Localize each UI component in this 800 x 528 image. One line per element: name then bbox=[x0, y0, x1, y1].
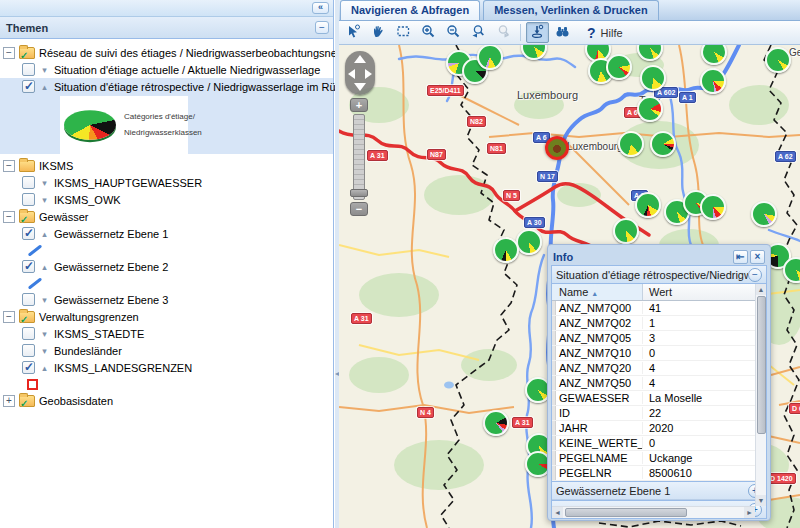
attribute-row[interactable]: ANZ_NM7Q20 4 bbox=[552, 361, 755, 376]
attribute-row[interactable]: ANZ_NM7Q02 1 bbox=[552, 316, 755, 331]
tree-item-13[interactable]: ▴IKSMS_LANDESGRENZEN bbox=[0, 359, 333, 376]
gauge-pie-marker[interactable] bbox=[650, 131, 676, 157]
attribute-row[interactable]: ANZ_NM7Q10 0 bbox=[552, 346, 755, 361]
vscroll-thumb[interactable] bbox=[757, 296, 766, 434]
scroll-down-icon[interactable]: ▼ bbox=[756, 495, 766, 506]
zoom-in-button[interactable] bbox=[417, 22, 440, 43]
zoom-slider-track[interactable] bbox=[353, 114, 365, 200]
zoom-next-button[interactable] bbox=[492, 22, 515, 43]
zoom-slider[interactable]: + − bbox=[350, 98, 368, 216]
column-header-wert[interactable]: Wert bbox=[643, 284, 755, 300]
legend-collapse-icon[interactable]: ▴ bbox=[39, 262, 50, 272]
attribute-row[interactable]: PEGELNAME Uckange bbox=[552, 451, 755, 466]
layer-checkbox[interactable] bbox=[22, 344, 35, 357]
pan-right-icon[interactable] bbox=[365, 69, 372, 79]
collapsed-section-header[interactable]: Gewässernetz Ebene 1 + bbox=[552, 481, 766, 500]
gauge-pie-marker[interactable] bbox=[606, 54, 632, 80]
gauge-pie-marker[interactable] bbox=[640, 65, 666, 91]
gauge-pie-marker[interactable] bbox=[483, 410, 509, 436]
tree-item-3[interactable]: −IKSMS bbox=[0, 157, 333, 174]
collapse-panel-icon[interactable]: − bbox=[315, 21, 329, 34]
binoculars-button[interactable] bbox=[551, 22, 574, 43]
zoom-slider-handle[interactable] bbox=[350, 189, 368, 197]
tree-item-11[interactable]: ▾IKSMS_STAEDTE bbox=[0, 325, 333, 342]
gauge-pie-marker[interactable] bbox=[516, 229, 542, 255]
layer-checkbox[interactable] bbox=[22, 80, 35, 93]
zoom-previous-button[interactable] bbox=[467, 22, 490, 43]
attribute-row[interactable]: ANZ_NM7Q00 41 bbox=[552, 301, 755, 316]
identify-pointer-button[interactable] bbox=[342, 22, 365, 43]
tab-navigieren-abfragen[interactable]: Navigieren & Abfragen bbox=[340, 0, 480, 20]
layer-checkbox[interactable] bbox=[22, 260, 35, 273]
legend-collapse-icon[interactable]: ▴ bbox=[39, 82, 50, 92]
result-section-header[interactable]: Situation d'étiage rétrospective/Niedrig… bbox=[552, 266, 766, 284]
collapse-sidebar-icon[interactable]: « bbox=[312, 2, 329, 14]
collapse-section-icon[interactable]: − bbox=[748, 268, 762, 282]
tab-messen-verlinken-drucken[interactable]: Messen, Verlinken & Drucken bbox=[483, 0, 658, 20]
zoom-in-slider-button[interactable]: + bbox=[350, 98, 368, 112]
gauge-pie-marker[interactable] bbox=[635, 192, 661, 218]
legend-expand-icon[interactable]: ▾ bbox=[39, 346, 50, 356]
expand-node-icon[interactable]: + bbox=[3, 395, 15, 407]
attribute-row[interactable]: PEGELNR 8500610 bbox=[552, 466, 755, 481]
layer-checkbox[interactable] bbox=[22, 176, 35, 189]
pan-down-icon[interactable] bbox=[354, 83, 366, 91]
gauge-pie-marker[interactable] bbox=[618, 131, 644, 157]
collapse-node-icon[interactable]: − bbox=[3, 160, 15, 172]
layer-checkbox[interactable] bbox=[22, 327, 35, 340]
legend-expand-icon[interactable]: ▾ bbox=[39, 295, 50, 305]
collapse-node-icon[interactable]: − bbox=[3, 311, 15, 323]
tree-item-5[interactable]: ▾IKSMS_OWK bbox=[0, 191, 333, 208]
gauge-pie-marker[interactable] bbox=[765, 47, 791, 73]
layer-checkbox[interactable] bbox=[22, 361, 35, 374]
tree-item-0[interactable]: −Réseau de suivi des étiages / Niedrigwa… bbox=[0, 44, 333, 61]
tree-item-10[interactable]: −Verwaltungsgrenzen bbox=[0, 308, 333, 325]
info-horizontal-scrollbar[interactable]: ◄ ► bbox=[552, 506, 755, 518]
scroll-left-icon[interactable]: ◄ bbox=[552, 507, 563, 518]
layer-checkbox[interactable] bbox=[22, 293, 35, 306]
help-button[interactable]: ? Hilfe bbox=[587, 25, 623, 41]
attribute-row[interactable]: JAHR 2020 bbox=[552, 421, 755, 436]
attribute-row[interactable]: ANZ_NM7Q50 4 bbox=[552, 376, 755, 391]
scroll-right-icon[interactable]: ► bbox=[744, 507, 755, 518]
point-info-button[interactable] bbox=[526, 22, 549, 43]
attribute-row[interactable]: GEWAESSER La Moselle bbox=[552, 391, 755, 406]
scroll-up-icon[interactable]: ▲ bbox=[756, 284, 766, 295]
selected-gauge-marker[interactable] bbox=[545, 136, 569, 160]
pin-icon[interactable]: ⇤ bbox=[733, 250, 748, 264]
attribute-row[interactable]: ID 22 bbox=[552, 406, 755, 421]
gauge-pie-marker[interactable] bbox=[637, 96, 663, 122]
collapse-node-icon[interactable]: − bbox=[3, 47, 15, 59]
gauge-pie-marker[interactable] bbox=[751, 201, 777, 227]
legend-expand-icon[interactable]: ▾ bbox=[39, 195, 50, 205]
column-header-name[interactable]: Name▲ bbox=[552, 284, 643, 300]
layer-checkbox[interactable] bbox=[22, 227, 35, 240]
pan-hand-button[interactable] bbox=[367, 22, 390, 43]
gauge-pie-marker[interactable] bbox=[477, 45, 503, 70]
tree-item-7[interactable]: ▴Gewässernetz Ebene 1 bbox=[0, 225, 333, 242]
gauge-pie-marker[interactable] bbox=[493, 237, 519, 263]
tree-item-14[interactable]: +Geobasisdaten bbox=[0, 392, 333, 409]
info-vertical-scrollbar[interactable]: ▲ ▼ bbox=[755, 284, 766, 506]
pan-compass-control[interactable] bbox=[345, 51, 375, 95]
gauge-pie-marker[interactable] bbox=[700, 68, 726, 94]
layer-checkbox[interactable] bbox=[22, 63, 35, 76]
zoom-box-button[interactable] bbox=[392, 22, 415, 43]
pan-up-icon[interactable] bbox=[354, 55, 366, 63]
info-window-header[interactable]: Info ⇤ × bbox=[551, 248, 767, 265]
legend-expand-icon[interactable]: ▾ bbox=[39, 329, 50, 339]
tree-item-2[interactable]: ▴Situation d'étiage rétrospective / Nied… bbox=[0, 78, 333, 95]
attribute-row[interactable]: ANZ_NM7Q05 3 bbox=[552, 331, 755, 346]
zoom-out-button[interactable] bbox=[442, 22, 465, 43]
tree-item-9[interactable]: ▾Gewässernetz Ebene 3 bbox=[0, 291, 333, 308]
tree-item-4[interactable]: ▾IKSMS_HAUPTGEWAESSER bbox=[0, 174, 333, 191]
pan-left-icon[interactable] bbox=[348, 69, 355, 79]
gauge-pie-marker[interactable] bbox=[613, 218, 639, 244]
hscroll-thumb[interactable] bbox=[565, 508, 687, 517]
gauge-pie-marker[interactable] bbox=[700, 194, 726, 220]
legend-expand-icon[interactable]: ▾ bbox=[39, 178, 50, 188]
map-canvas[interactable]: LuxembourgLuxembourgTrierGe E25/D411N82N… bbox=[339, 45, 800, 528]
tree-item-6[interactable]: −Gewässer bbox=[0, 208, 333, 225]
tree-item-1[interactable]: ▾Situation d'étiage actuelle / Aktuelle … bbox=[0, 61, 333, 78]
legend-collapse-icon[interactable]: ▴ bbox=[39, 229, 50, 239]
